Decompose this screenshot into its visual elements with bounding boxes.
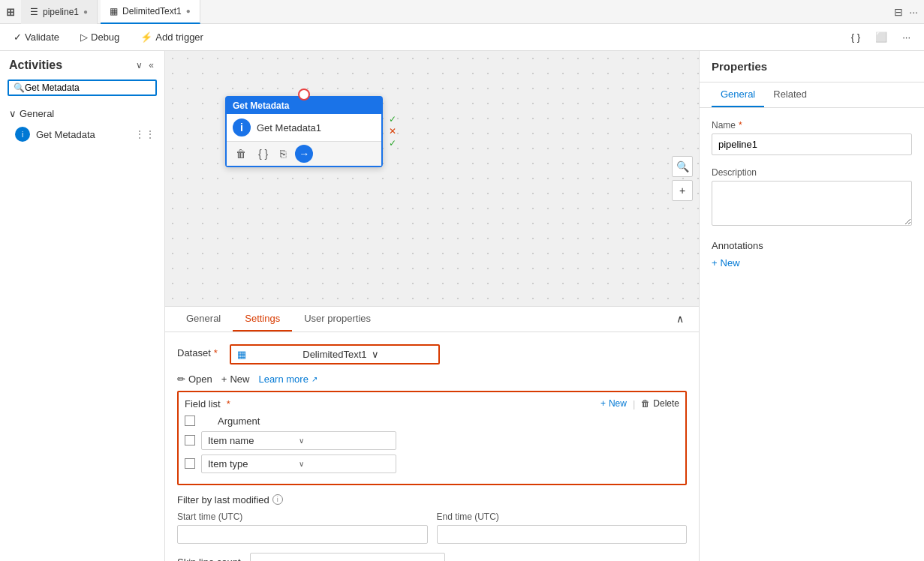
action-row: ✏ Open + New Learn more ↗	[177, 374, 687, 385]
item-dots-icon[interactable]: ⋮⋮	[134, 128, 155, 140]
field-header-checkbox[interactable]	[185, 416, 195, 426]
more-options-button[interactable]: ···	[898, 28, 915, 46]
annotations-section: Annotations + New	[712, 240, 912, 268]
name-label-text: Name	[712, 120, 736, 130]
properties-tab-general[interactable]: General	[712, 82, 764, 107]
node-delete-button[interactable]: 🗑	[233, 145, 249, 163]
dataset-chevron-icon: ∨	[372, 349, 432, 360]
skip-row: Skip line count	[177, 553, 687, 562]
node-copy-button[interactable]: ⎘	[277, 145, 289, 163]
tab-settings[interactable]: Settings	[233, 307, 292, 332]
properties-panel: Properties General Related Name * Descri…	[699, 51, 924, 561]
skip-input[interactable]	[250, 553, 445, 562]
tab-pipeline1[interactable]: ☰ pipeline1 ●	[21, 0, 98, 24]
plus-icon: +	[221, 374, 227, 385]
field-row-1: Item type ∨	[185, 454, 679, 473]
start-time-input[interactable]	[177, 525, 428, 544]
debug-button[interactable]: ▷ Debug	[76, 28, 124, 46]
tab-general[interactable]: General	[174, 307, 233, 332]
field-row-0-checkbox[interactable]	[185, 435, 195, 446]
tab-user-properties-label: User properties	[304, 313, 371, 324]
section-general-label: General	[20, 108, 54, 119]
tab-delimitedtext1-icon: ▦	[110, 6, 118, 16]
field-row-1-checkbox[interactable]	[185, 458, 195, 469]
tab-pipeline1-close[interactable]: ●	[83, 8, 88, 16]
field-row-0-dropdown[interactable]: Item name ∨	[201, 431, 396, 450]
ellipsis-icon[interactable]: ···	[909, 6, 918, 18]
validate-button[interactable]: ✓ Validate	[9, 28, 64, 46]
open-label: Open	[188, 374, 212, 385]
node-info-icon: i	[233, 118, 251, 136]
dataset-value: DelimitedText1	[302, 349, 366, 360]
field-row-0-value: Item name	[208, 435, 299, 446]
node-arrow-button[interactable]: →	[295, 145, 313, 163]
new-dataset-button[interactable]: + New	[221, 374, 250, 385]
dataset-required: *	[214, 347, 218, 358]
learn-more-label: Learn more	[258, 374, 308, 385]
open-button[interactable]: ✏ Open	[177, 374, 212, 385]
node-side-icons: ✓ ✕ ✓	[389, 114, 396, 148]
properties-tab-related[interactable]: Related	[764, 82, 816, 107]
description-textarea[interactable]	[712, 181, 912, 226]
prop-name-label: Name *	[712, 120, 912, 130]
activities-title: Activities	[9, 58, 62, 72]
node-tools: 🗑 { } ⎘ →	[227, 141, 381, 166]
node-code-button[interactable]: { }	[255, 145, 271, 163]
properties-title: Properties	[712, 60, 767, 73]
delete-field-label: Delete	[653, 398, 679, 409]
dataset-table-icon: ▦	[237, 349, 298, 360]
node-connector-top	[298, 88, 310, 100]
field-row-1-dropdown[interactable]: Item type ∨	[201, 454, 396, 473]
canvas-search-button[interactable]: 🔍	[672, 156, 693, 177]
search-icon: 🔍	[14, 82, 25, 93]
canvas-zoom-in-button[interactable]: +	[672, 180, 693, 201]
name-input[interactable]	[712, 134, 912, 155]
skip-label: Skip line count	[177, 556, 241, 562]
get-metadata-label: Get Metadata	[36, 129, 95, 140]
annot-new-label: New	[721, 257, 740, 268]
collapse-icon[interactable]: ∨	[134, 58, 144, 72]
activity-node-get-metadata[interactable]: Get Metadata i Get Metadata1 ✓ ✕ ✓ 🗑 { }…	[225, 96, 383, 167]
tab-user-properties[interactable]: User properties	[292, 307, 383, 332]
prop-description-label: Description	[712, 167, 912, 178]
filter-info-icon[interactable]: i	[272, 494, 283, 505]
sidebar-section-general-header[interactable]: ∨ General	[0, 105, 164, 122]
field-separator: |	[633, 398, 635, 410]
delete-field-button[interactable]: 🗑 Delete	[641, 398, 679, 409]
dataset-label: Dataset	[177, 347, 211, 358]
annotations-label: Annotations	[712, 240, 912, 251]
tab-delimitedtext1[interactable]: ▦ DelimitedText1 ●	[101, 0, 200, 24]
field-list-label: Field list	[185, 398, 221, 410]
properties-tab-related-label: Related	[773, 88, 807, 100]
prop-name-field: Name *	[712, 120, 912, 155]
field-list-required: *	[227, 398, 230, 410]
details-content: Dataset * ▦ DelimitedText1 ∨ ✏ Open	[165, 332, 699, 562]
filter-section: Filter by last modified i Start time (UT…	[177, 494, 687, 562]
tab-delimitedtext1-label: DelimitedText1	[122, 6, 182, 16]
name-required: *	[739, 120, 742, 130]
code-view-button[interactable]: { }	[847, 28, 865, 46]
end-time-input[interactable]	[437, 525, 688, 544]
sidebar-shrink-icon[interactable]: «	[147, 58, 155, 72]
search-box: 🔍	[8, 80, 157, 96]
monitor-button[interactable]: ⬜	[871, 28, 892, 46]
minimize-icon[interactable]: ⊟	[894, 6, 903, 18]
node-title: Get Metadata1	[257, 122, 321, 134]
sidebar-header-icons: ∨ «	[134, 58, 155, 72]
toolbar: ✓ Validate ▷ Debug ⚡ Add trigger { } ⬜ ·…	[0, 24, 924, 51]
add-trigger-button[interactable]: ⚡ Add trigger	[136, 28, 208, 46]
validate-label: Validate	[25, 32, 59, 43]
collapse-details-button[interactable]: ∧	[670, 307, 690, 332]
dataset-dropdown[interactable]: ▦ DelimitedText1 ∨	[230, 344, 440, 364]
tab-delimitedtext1-close[interactable]: ●	[186, 7, 191, 15]
field-header-row: Argument	[185, 416, 679, 427]
add-field-button[interactable]: + New	[600, 398, 627, 409]
new-annotation-button[interactable]: + New	[712, 257, 912, 268]
search-input[interactable]	[25, 82, 151, 93]
sidebar-item-get-metadata[interactable]: i Get Metadata ⋮⋮	[0, 122, 164, 146]
learn-more-link[interactable]: Learn more ↗	[258, 374, 317, 385]
sidebar: Activities ∨ « 🔍 ∨ General i Get Metadat…	[0, 51, 165, 561]
node-header-label: Get Metadata	[233, 100, 289, 111]
filter-by-label: Filter by last modified	[177, 494, 269, 506]
add-field-label: New	[609, 398, 627, 409]
